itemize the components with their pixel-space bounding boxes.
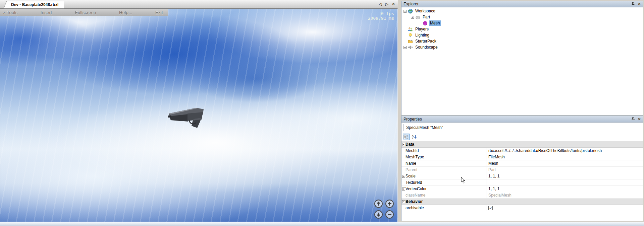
property-label: MeshType [405, 155, 486, 159]
property-row-meshid[interactable]: MeshId rbxasset://../../../shareddata/Ri… [401, 148, 643, 154]
expand-toggle-icon[interactable]: + [404, 46, 407, 49]
properties-grid: - Data MeshId rbxasset://../../../shared… [401, 141, 643, 211]
property-value[interactable]: Part [486, 167, 643, 173]
fps-counter: 0 fps [368, 11, 394, 16]
property-value[interactable] [486, 179, 643, 185]
properties-header: Properties ✕ [401, 116, 643, 123]
property-row-vertexcolor[interactable]: + VertexColor 1, 1, 1 [401, 186, 643, 192]
property-row-meshtype[interactable]: MeshType FileMesh [401, 154, 643, 160]
menu-bar: x Tools Insert Fullscreen Help... Exit [0, 9, 168, 16]
tab-close-icon[interactable]: ✕ [392, 2, 395, 6]
property-label: Scale [405, 174, 486, 178]
expand-toggle-icon[interactable]: + [402, 187, 405, 191]
property-row-classname[interactable]: className SpecialMesh [401, 192, 643, 199]
property-value[interactable]: SpecialMesh [486, 192, 643, 198]
property-value[interactable]: FileMesh [486, 154, 643, 160]
starterpack-icon [408, 39, 413, 44]
part-icon [415, 15, 420, 20]
menu-item-help[interactable]: Help... [119, 10, 132, 15]
soundscape-icon [408, 45, 413, 50]
property-row-name[interactable]: Name Mesh [401, 160, 643, 167]
property-value [486, 199, 643, 205]
pin-icon[interactable] [632, 117, 635, 122]
menu-item-fullscreen[interactable]: Fullscreen [75, 10, 96, 15]
tab-dev-baseplate[interactable]: Dev - Baseplate2048.rbxl [7, 1, 64, 8]
tree-item-part[interactable]: + Part [401, 14, 643, 20]
properties-title: Properties [404, 117, 422, 122]
explorer-tree: + Workspace + Part Mesh Players Lighting… [401, 7, 643, 116]
expand-toggle-icon[interactable]: - [402, 143, 405, 146]
property-value[interactable]: Mesh [486, 160, 643, 166]
section-row-data[interactable]: - Data [401, 141, 643, 148]
tab-next-icon[interactable]: ▷ [385, 2, 388, 6]
dock-splitter[interactable] [398, 0, 401, 222]
players-icon [408, 27, 413, 32]
property-label: archivable [405, 206, 486, 210]
zoom-in-button[interactable] [385, 199, 394, 208]
properties-toolbar: A Z [401, 133, 643, 141]
tab-title: Dev - Baseplate2048.rbxl [11, 2, 58, 7]
dock-panel: Explorer ✕ + Workspace + Part Mesh Playe… [401, 0, 644, 222]
property-label: MeshId [405, 148, 486, 153]
pistol-mesh [167, 104, 208, 129]
property-label: Parent [405, 167, 486, 172]
menu-item-tools[interactable]: Tools [7, 10, 18, 15]
property-row-parent[interactable]: Parent Part [401, 167, 643, 173]
frame-time: 2009.91 ms [368, 16, 394, 21]
zoom-out-button[interactable] [385, 210, 394, 219]
svg-text:Z: Z [412, 137, 414, 140]
tree-item-workspace[interactable]: + Workspace [401, 8, 643, 14]
properties-panel: Properties ✕ SpecialMesh "Mesh" A [401, 116, 643, 221]
tab-bar: Dev - Baseplate2048.rbxl ◁ ▷ ✕ [0, 0, 398, 8]
mesh-icon [423, 21, 428, 26]
tree-item-soundscape[interactable]: + Soundscape [401, 44, 643, 50]
menu-item-exit[interactable]: Exit [155, 10, 163, 15]
selected-object-dropdown[interactable]: SpecialMesh "Mesh" [403, 124, 641, 131]
pin-icon[interactable] [632, 2, 635, 6]
property-label: Data [405, 142, 486, 147]
tab-prev-icon[interactable]: ◁ [379, 2, 382, 6]
tree-item-mesh[interactable]: Mesh [401, 20, 643, 26]
property-value[interactable]: 1, 1, 1 [486, 173, 643, 179]
property-label: TextureId [405, 180, 486, 185]
tree-item-lighting[interactable]: Lighting [401, 32, 643, 38]
property-row-archivable[interactable]: archivable [401, 205, 643, 211]
explorer-title: Explorer [404, 2, 419, 6]
menu-item-insert[interactable]: Insert [41, 10, 52, 15]
tilt-down-button[interactable] [374, 210, 383, 219]
explorer-panel: Explorer ✕ + Workspace + Part Mesh Playe… [401, 1, 643, 116]
studio-window: Dev - Baseplate2048.rbxl ◁ ▷ ✕ x Tools [0, 0, 398, 222]
status-strip [0, 222, 644, 226]
checkbox-archivable[interactable] [488, 206, 493, 210]
performance-overlay: 0 fps 2009.91 ms [368, 11, 394, 21]
tree-item-players[interactable]: Players [401, 26, 643, 32]
viewport[interactable]: x Tools Insert Fullscreen Help... Exit 0… [0, 8, 398, 222]
section-row-behavior[interactable]: - Behavior [401, 199, 643, 205]
categorized-view-button[interactable] [403, 134, 410, 140]
property-value[interactable]: rbxasset://../../../shareddata/RiseOfThe… [486, 148, 643, 154]
camera-controls [374, 199, 394, 219]
lighting-icon [408, 33, 413, 38]
property-label: Name [405, 161, 486, 166]
menu-close-glyph: x [3, 10, 5, 14]
explorer-header: Explorer ✕ [401, 1, 643, 7]
close-icon[interactable]: ✕ [638, 118, 641, 121]
property-value[interactable] [486, 205, 643, 211]
close-icon[interactable]: ✕ [638, 2, 641, 6]
property-label: Behavior [405, 199, 486, 204]
expand-toggle-icon[interactable]: + [404, 10, 407, 13]
alphabetical-sort-button[interactable]: A Z [411, 134, 418, 140]
tree-item-starterpack[interactable]: StarterPack [401, 38, 643, 44]
property-label: className [405, 193, 486, 198]
tilt-up-button[interactable] [374, 199, 383, 208]
property-row-scale[interactable]: + Scale 1, 1, 1 [401, 173, 643, 179]
expand-toggle-icon[interactable]: - [402, 200, 405, 203]
expand-toggle-icon[interactable]: + [402, 175, 405, 178]
property-value [486, 141, 643, 147]
workspace-icon [408, 9, 413, 14]
property-label: VertexColor [405, 186, 486, 191]
property-value[interactable]: 1, 1, 1 [486, 186, 643, 192]
expand-toggle-icon[interactable]: + [411, 16, 414, 19]
property-row-textureid[interactable]: TextureId [401, 179, 643, 186]
